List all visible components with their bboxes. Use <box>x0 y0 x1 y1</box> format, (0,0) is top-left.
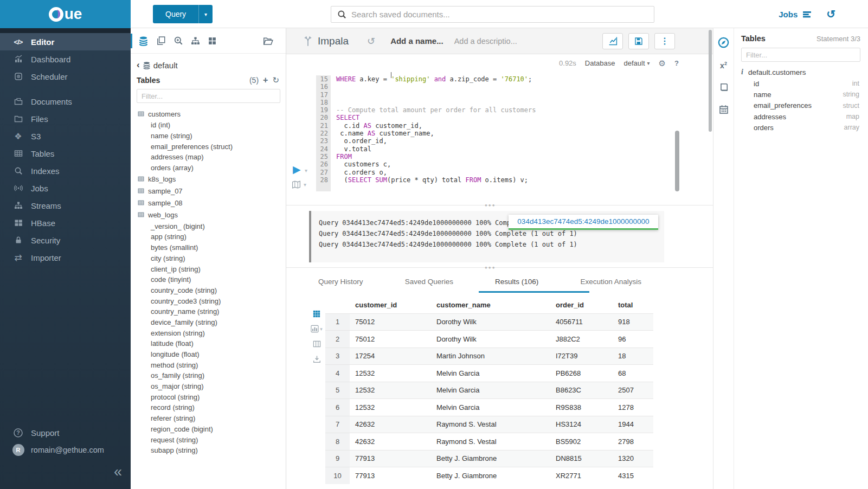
chart-button[interactable] <box>602 33 623 49</box>
column-item[interactable]: time (string) <box>138 456 286 459</box>
column-item[interactable]: addresses (map) <box>138 152 286 163</box>
column-item[interactable]: latitude (float) <box>138 338 286 349</box>
right-column-item[interactable]: namestring <box>754 89 860 100</box>
column-item[interactable]: os_major (string) <box>138 381 286 392</box>
code-line[interactable]: 28 (SELECT SUM(price * qty) total FROM o… <box>316 176 689 184</box>
table-item[interactable]: customers <box>138 108 286 120</box>
folder-open-icon[interactable] <box>263 36 273 46</box>
sidebar-item-tables[interactable]: Tables <box>0 145 131 162</box>
sidebar-item-indexes[interactable]: Indexes <box>0 162 131 179</box>
language-reference-icon[interactable] <box>719 82 729 92</box>
apps-grid-icon[interactable] <box>208 36 217 46</box>
column-item[interactable]: id (int) <box>138 120 286 131</box>
column-item[interactable]: os_family (string) <box>138 370 286 381</box>
database-breadcrumb[interactable]: ‹ default <box>131 54 286 70</box>
editor-scrollbar[interactable] <box>675 131 679 191</box>
table-row[interactable]: 612532Melvin GarciaR9S8381278 <box>325 399 653 416</box>
bar-chart-icon[interactable]: ▾ <box>311 325 323 333</box>
query-history-icon[interactable]: ↺ <box>367 35 375 47</box>
right-column-item[interactable]: addressesmap <box>754 111 860 122</box>
functions-icon[interactable]: x2 <box>720 61 727 70</box>
table-row[interactable]: 317254Martin JohnsonI72T3918 <box>325 348 653 365</box>
breadcrumb-db-name[interactable]: default <box>153 61 178 70</box>
sidebar-item-support[interactable]: ? Support <box>0 424 131 441</box>
code-block[interactable]: 15WHERE a.key = 'shipping' and a.zip_cod… <box>316 75 689 191</box>
add-table-icon[interactable]: + <box>263 75 268 85</box>
right-filter-input[interactable] <box>741 48 860 62</box>
column-item[interactable]: _version_ (bigint) <box>138 221 286 231</box>
table-row[interactable]: 512532Melvin GarciaB8623C2507 <box>325 382 653 399</box>
minimap-caret[interactable]: ▾ <box>304 182 306 188</box>
columns-icon[interactable] <box>313 340 321 348</box>
table-row[interactable]: 742632Raymond S. VestalHS31241944 <box>325 416 653 433</box>
sidebar-item-scheduler[interactable]: Scheduler <box>0 68 131 85</box>
resize-handle[interactable]: ●●● <box>485 265 496 270</box>
column-item[interactable]: city (string) <box>138 253 286 264</box>
column-item[interactable]: record (string) <box>138 402 286 413</box>
column-item[interactable]: subapp (string) <box>138 445 286 456</box>
tab-query-history[interactable]: Query History <box>317 276 364 293</box>
sidebar-item-streams[interactable]: Streams <box>0 197 131 214</box>
table-item[interactable]: sample_07 <box>138 185 286 197</box>
code-line[interactable]: 26 customers c, <box>316 160 689 168</box>
sidebar-item-editor[interactable]: </>Editor <box>0 33 131 50</box>
column-item[interactable]: email_preferences (struct) <box>138 141 286 152</box>
code-line[interactable]: 20SELECT <box>316 114 689 121</box>
schedule-calendar-icon[interactable] <box>719 105 729 114</box>
sidebar-item-user[interactable]: R romain@gethue.com <box>0 441 131 459</box>
column-item[interactable]: referer (string) <box>138 413 286 424</box>
download-icon[interactable] <box>313 355 321 363</box>
sidebar-item-importer[interactable]: ⇄Importer <box>0 249 131 266</box>
sidebar-item-files[interactable]: Files <box>0 110 131 127</box>
column-item[interactable]: country_code3 (string) <box>138 295 286 306</box>
code-editor[interactable]: 15WHERE a.key = 'shipping' and a.zip_cod… <box>286 72 713 205</box>
active-table-name[interactable]: default.customers <box>748 68 806 76</box>
column-item[interactable]: country_code (string) <box>138 285 286 296</box>
query-id-tooltip[interactable]: 034d413ec7474ed5:4249de1000000000 <box>509 215 658 230</box>
code-line[interactable]: 22 c.name AS customer_name, <box>316 130 689 137</box>
column-item[interactable]: longitude (float) <box>138 349 286 360</box>
main-scrollbar[interactable] <box>709 30 712 132</box>
active-table-item[interactable]: i default.customers <box>741 68 860 76</box>
jobs-link[interactable]: Jobs <box>779 10 798 19</box>
table-row[interactable]: 1077913Betty J. GiambroneXR27714315 <box>325 467 653 485</box>
code-line[interactable]: 25FROM <box>316 153 689 160</box>
table-row[interactable]: 842632Raymond S. VestalBS59022798 <box>325 433 653 451</box>
code-line[interactable]: 17 <box>316 91 689 99</box>
table-row[interactable]: 977913Betty J. GiambroneDN88151320 <box>325 450 653 467</box>
sidebar-item-s3[interactable]: ❖S3 <box>0 127 131 145</box>
table-row[interactable]: 412532Melvin GarciaPB626868 <box>325 365 653 382</box>
database-select[interactable]: default ▾ <box>624 59 650 67</box>
column-item[interactable]: orders (array) <box>138 163 286 173</box>
column-item[interactable]: bytes (smallint) <box>138 242 286 253</box>
column-item[interactable]: country_name (string) <box>138 306 286 317</box>
hue-logo[interactable]: ue <box>0 0 131 28</box>
new-query-button[interactable]: Query ▾ <box>153 5 213 23</box>
table-item[interactable]: sample_08 <box>138 197 286 209</box>
resize-handle[interactable]: ●●● <box>485 203 496 208</box>
sidebar-item-hbase[interactable]: HBase <box>0 214 131 231</box>
query-type-caret[interactable]: ▾ <box>198 5 213 23</box>
history-icon[interactable]: ↺ <box>826 8 835 21</box>
search-input[interactable] <box>351 10 648 19</box>
minimap-icon[interactable] <box>292 180 301 189</box>
database-icon[interactable] <box>138 36 149 46</box>
compass-icon[interactable] <box>718 37 729 48</box>
tab-execution-analysis[interactable]: Execution Analysis <box>579 276 642 293</box>
chevron-left-icon[interactable]: ‹ <box>137 60 140 70</box>
engine-selector[interactable]: Impala <box>303 35 349 47</box>
code-line[interactable]: 16 <box>316 83 689 91</box>
refresh-icon[interactable]: ↻ <box>272 75 279 85</box>
query-description-field[interactable]: Add a descriptio... <box>454 37 517 46</box>
code-line[interactable]: 18 <box>316 99 689 106</box>
column-item[interactable]: request (string) <box>138 434 286 445</box>
code-line[interactable] <box>316 184 689 191</box>
execute-button[interactable]: ▶ <box>293 163 301 176</box>
sidebar-item-dashboard[interactable]: Dashboard <box>0 50 131 68</box>
column-item[interactable]: name (string) <box>138 131 286 141</box>
code-line[interactable]: 19-- Compute total amount per order for … <box>316 106 689 114</box>
table-filter-input[interactable] <box>137 89 280 103</box>
table-row[interactable]: 275012Dorothy WilkJ882C296 <box>325 331 653 348</box>
search-plus-icon[interactable] <box>173 36 183 46</box>
code-line[interactable]: 24 v.total <box>316 145 689 153</box>
